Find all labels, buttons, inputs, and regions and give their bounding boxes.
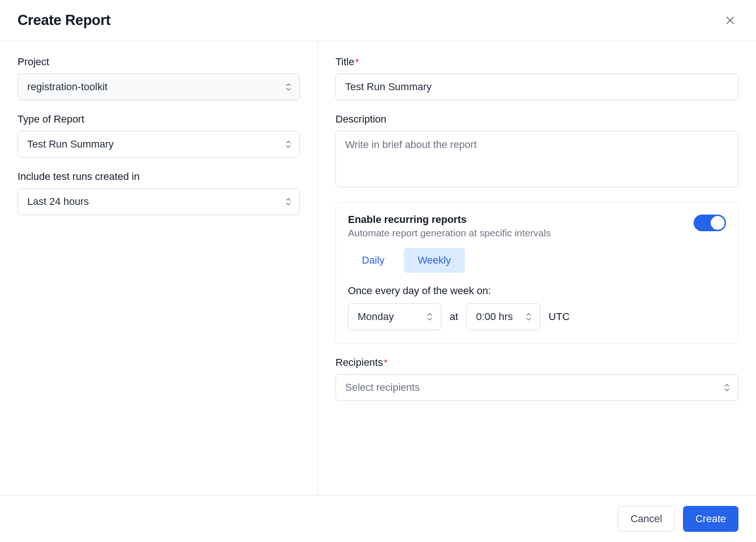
schedule-row: Monday at 0:00 hrs — [348, 303, 726, 330]
create-button[interactable]: Create — [683, 506, 738, 532]
recurring-header: Enable recurring reports Automate report… — [348, 214, 726, 239]
modal-body: Project registration-toolkit Type of Rep… — [0, 41, 756, 495]
recipients-placeholder: Select recipients — [345, 382, 420, 394]
project-value: registration-toolkit — [27, 81, 108, 93]
time-value: 0:00 hrs — [476, 311, 513, 323]
recipients-field: Recipients* Select recipients — [335, 357, 738, 401]
schedule-label: Once every day of the week on: — [348, 285, 726, 297]
project-select[interactable]: registration-toolkit — [18, 74, 300, 100]
recipients-select[interactable]: Select recipients — [335, 374, 738, 401]
recurring-card: Enable recurring reports Automate report… — [335, 202, 738, 344]
description-input[interactable] — [335, 131, 738, 187]
close-button[interactable] — [722, 12, 738, 29]
include-field: Include test runs created in Last 24 hou… — [18, 171, 300, 215]
title-label: Title* — [335, 56, 738, 68]
include-select[interactable]: Last 24 hours — [18, 188, 300, 215]
description-field: Description — [335, 113, 738, 189]
project-label: Project — [18, 56, 300, 68]
left-column: Project registration-toolkit Type of Rep… — [0, 41, 318, 495]
create-report-modal: Create Report Project registration-toolk… — [0, 0, 756, 542]
required-asterisk: * — [355, 57, 359, 67]
recipients-label: Recipients* — [335, 357, 738, 369]
cancel-button[interactable]: Cancel — [618, 506, 674, 532]
recurring-toggle[interactable] — [694, 215, 726, 231]
description-label: Description — [335, 113, 738, 125]
include-value: Last 24 hours — [27, 196, 89, 208]
tab-daily[interactable]: Daily — [348, 248, 398, 273]
time-select[interactable]: 0:00 hrs — [466, 303, 540, 330]
modal-title: Create Report — [18, 12, 110, 29]
timezone-text: UTC — [549, 311, 569, 323]
tab-weekly[interactable]: Weekly — [404, 248, 465, 273]
report-type-label: Type of Report — [18, 113, 300, 125]
title-field: Title* — [335, 56, 738, 100]
project-field: Project registration-toolkit — [18, 56, 300, 100]
day-value: Monday — [358, 311, 394, 323]
frequency-tabs: Daily Weekly — [348, 248, 726, 273]
recurring-subtitle: Automate report generation at specific i… — [348, 228, 551, 239]
title-input[interactable] — [335, 74, 738, 100]
right-column: Title* Description Enable recurring repo… — [318, 41, 756, 495]
at-text: at — [450, 311, 458, 323]
report-type-value: Test Run Summary — [27, 138, 114, 150]
modal-header: Create Report — [0, 0, 756, 41]
report-type-field: Type of Report Test Run Summary — [18, 113, 300, 158]
close-icon — [725, 15, 736, 26]
include-label: Include test runs created in — [18, 171, 300, 183]
toggle-knob — [711, 216, 725, 230]
modal-footer: Cancel Create — [0, 495, 756, 542]
report-type-select[interactable]: Test Run Summary — [18, 131, 300, 158]
recurring-title: Enable recurring reports — [348, 214, 551, 226]
required-asterisk: * — [384, 357, 388, 368]
day-select[interactable]: Monday — [348, 303, 441, 330]
